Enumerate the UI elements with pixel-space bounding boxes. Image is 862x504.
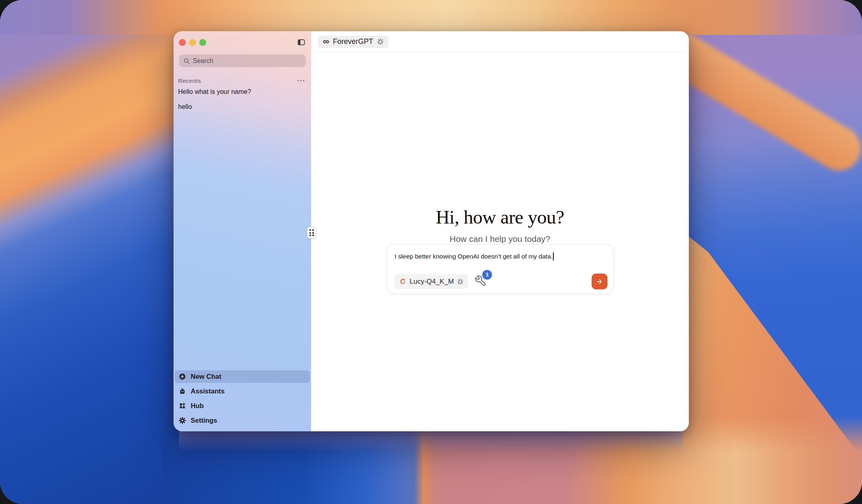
message-composer[interactable]: I sleep better knowing OpenAI doesn’t ge…: [387, 244, 614, 294]
wallpaper-left-bands: [0, 0, 179, 504]
composer-controls: Lucy-Q4_K_M 1: [394, 274, 607, 289]
greeting-title: Hi, how are you?: [311, 206, 689, 228]
greeting-subtitle: How can I help you today?: [311, 234, 689, 244]
nav-assistants[interactable]: Assistants: [175, 385, 310, 398]
nav-hub-label: Hub: [191, 402, 204, 410]
recents-header: Recents: [178, 78, 201, 84]
tab-bar: ∞ ForeverGPT: [311, 31, 689, 52]
gear-icon: [178, 417, 186, 424]
plus-circle-icon: [178, 373, 186, 380]
tab-gear-icon[interactable]: [377, 38, 384, 45]
screen: Recents ••• Hello what is your name? hel…: [0, 0, 862, 504]
model-selector[interactable]: Lucy-Q4_K_M: [394, 274, 468, 289]
hub-grid-icon: [178, 402, 186, 410]
robot-icon: [178, 387, 186, 395]
text-caret: [553, 252, 554, 261]
composer-text: I sleep better knowing OpenAI doesn’t ge…: [395, 253, 553, 260]
traffic-lights: [179, 39, 206, 46]
nav-settings-label: Settings: [191, 417, 217, 424]
model-logo-icon: [399, 278, 407, 285]
chat-content: Hi, how are you? How can I help you toda…: [311, 52, 689, 431]
sidebar-nav: New Chat Assistants Hub Settings: [175, 368, 310, 427]
tools-count-badge: 1: [482, 270, 492, 280]
send-arrow-icon: [595, 278, 603, 286]
tab-forevergpt[interactable]: ∞ ForeverGPT: [318, 36, 389, 48]
sidebar-titlebar: [174, 31, 311, 53]
main-panel: ∞ ForeverGPT Hi, how are you? How can I …: [311, 31, 689, 431]
tab-title: ForeverGPT: [333, 37, 373, 46]
nav-hub[interactable]: Hub: [175, 400, 310, 412]
nav-new-chat[interactable]: New Chat: [175, 370, 310, 383]
model-name: Lucy-Q4_K_M: [410, 278, 454, 286]
nav-new-chat-label: New Chat: [191, 373, 221, 380]
search-icon: [183, 57, 190, 65]
recent-chat-item[interactable]: hello: [178, 99, 307, 114]
desktop-wallpaper: Recents ••• Hello what is your name? hel…: [0, 0, 862, 504]
sidebar-spacer: [174, 114, 311, 368]
zoom-button[interactable]: [199, 39, 206, 46]
recents-menu-icon[interactable]: •••: [297, 79, 305, 83]
nav-assistants-label: Assistants: [191, 387, 224, 395]
nav-settings[interactable]: Settings: [175, 414, 310, 427]
app-window: Recents ••• Hello what is your name? hel…: [174, 31, 689, 431]
sidebar: Recents ••• Hello what is your name? hel…: [174, 31, 311, 431]
search-field-wrap: [179, 54, 306, 67]
tools-button[interactable]: 1: [474, 275, 488, 289]
composer-input[interactable]: I sleep better knowing OpenAI doesn’t ge…: [395, 252, 594, 261]
drag-dots-icon: [309, 229, 314, 236]
model-gear-icon[interactable]: [457, 278, 464, 285]
wallpaper-top-band: [0, 0, 862, 35]
search-input[interactable]: [179, 54, 306, 67]
recents-header-row: Recents •••: [178, 78, 305, 84]
infinity-logo-icon: ∞: [323, 37, 329, 46]
send-button[interactable]: [592, 274, 607, 289]
wallpaper-orange-band: [683, 20, 862, 178]
close-button[interactable]: [179, 39, 186, 46]
sidebar-toggle-icon[interactable]: [297, 38, 306, 47]
sidebar-resize-handle[interactable]: [307, 227, 316, 239]
recent-chat-item[interactable]: Hello what is your name?: [178, 84, 307, 99]
minimize-button[interactable]: [189, 39, 196, 46]
